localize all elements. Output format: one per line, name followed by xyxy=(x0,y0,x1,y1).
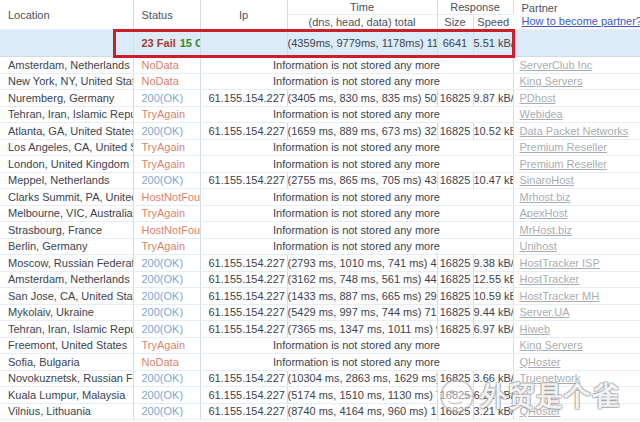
summary-ip-cell xyxy=(200,30,287,57)
partner-link[interactable]: Premium Reseller xyxy=(520,158,607,170)
status-cell: HostNotFound xyxy=(133,222,200,239)
partner-cell: HostTracker xyxy=(513,271,640,288)
table-row: Los Angeles, CA, United States TryAgain … xyxy=(0,139,640,156)
column-subheader-time-detail: (dns, head, data) total xyxy=(287,15,437,30)
partner-link[interactable]: King Servers xyxy=(520,339,583,351)
location-cell: Moscow, Russian Federation xyxy=(0,255,133,272)
partner-cell: Webidea xyxy=(513,106,640,123)
partner-cell: Premium Reseller xyxy=(513,139,640,156)
location-cell: Sofia, Bulgaria xyxy=(0,354,133,371)
size-cell: 16825 xyxy=(437,370,473,387)
summary-status-cell: 23 Fail15 Ok xyxy=(133,30,200,57)
status-cell: NoData xyxy=(133,73,200,90)
time-cell: (5429 ms, 997 ms, 744 ms) 7170 ms xyxy=(287,304,437,321)
table-row: Nuremberg, Germany 200(OK) 61.155.154.22… xyxy=(0,90,640,107)
partner-link[interactable]: Truenetwork xyxy=(520,372,581,384)
summary-location-cell xyxy=(0,30,133,57)
partner-cell: ApexHost xyxy=(513,205,640,222)
table-row: Vilnius, Lithuania 200(OK) 61.155.154.22… xyxy=(0,403,640,420)
partner-cell: Premium Reseller xyxy=(513,156,640,173)
partner-link[interactable]: Unihost xyxy=(520,240,557,252)
ip-cell: 61.155.154.227 xyxy=(200,123,287,140)
check-results-table: Location Status Ip Time Response Partner… xyxy=(0,0,640,420)
partner-link[interactable]: MrHost.biz xyxy=(520,224,573,236)
partner-link[interactable]: Server.UA xyxy=(520,306,570,318)
ip-cell: 61.155.154.227 xyxy=(200,370,287,387)
speed-cell: 6.97 kB/s xyxy=(473,321,513,338)
ip-cell: 61.155.154.227 xyxy=(200,90,287,107)
partner-link[interactable]: Premium Reseller xyxy=(520,141,607,153)
time-cell: (1659 ms, 889 ms, 673 ms) 3221 ms xyxy=(287,123,437,140)
location-cell: Kuala Lumpur, Malaysia xyxy=(0,387,133,404)
partner-link[interactable]: QHoster xyxy=(520,356,561,368)
partner-link[interactable]: QHoster xyxy=(520,405,561,417)
summary-size-cell: 6641 xyxy=(437,30,473,57)
partner-link[interactable]: HostTracker xyxy=(520,273,580,285)
table-row: New York, NY, United States NoData Infor… xyxy=(0,73,640,90)
time-cell: (7365 ms, 1347 ms, 1011 ms) 9723 ms xyxy=(287,321,437,338)
location-cell: New York, NY, United States xyxy=(0,73,133,90)
column-header-status: Status xyxy=(133,0,200,30)
speed-cell: 3.66 kB/s xyxy=(473,370,513,387)
no-data-cell: Information is not stored any more xyxy=(200,139,513,156)
status-cell: HostNotFound xyxy=(133,189,200,206)
partner-link[interactable]: PDhost xyxy=(520,92,556,104)
location-cell: Amsterdam, Netherlands xyxy=(0,271,133,288)
partner-link[interactable]: Hiweb xyxy=(520,323,551,335)
partner-link[interactable]: Mrhost.biz xyxy=(520,191,571,203)
partner-link[interactable]: ApexHost xyxy=(520,207,568,219)
location-cell: Clarks Summit, PA, United States xyxy=(0,189,133,206)
partner-link[interactable]: SinaroHost xyxy=(520,174,574,186)
become-partner-link[interactable]: How to become partner? xyxy=(522,15,640,27)
partner-cell: QHoster xyxy=(513,403,640,420)
location-cell: Atlanta, GA, United States xyxy=(0,123,133,140)
speed-cell: 10.59 kB/s xyxy=(473,288,513,305)
table-row: London, United Kingdom TryAgain Informat… xyxy=(0,156,640,173)
column-header-time: Time xyxy=(287,0,437,15)
speed-cell: 6.22 kB/s xyxy=(473,387,513,404)
table-row: Berlin, Germany TryAgain Information is … xyxy=(0,238,640,255)
no-data-cell: Information is not stored any more xyxy=(200,189,513,206)
no-data-cell: Information is not stored any more xyxy=(200,106,513,123)
speed-cell: 12.55 kB/s xyxy=(473,271,513,288)
size-cell: 16825 xyxy=(437,255,473,272)
partner-link[interactable]: HostTracker ISP xyxy=(520,257,600,269)
location-cell: Nuremberg, Germany xyxy=(0,90,133,107)
partner-link[interactable]: HostTracker MH xyxy=(520,290,600,302)
ip-cell: 61.155.154.227 xyxy=(200,255,287,272)
partner-link[interactable]: ServerClub Inc xyxy=(520,59,593,71)
table-header: Location Status Ip Time Response Partner… xyxy=(0,0,640,30)
time-cell: (1433 ms, 887 ms, 665 ms) 2985 ms xyxy=(287,288,437,305)
partner-link[interactable]: Webidea xyxy=(520,108,563,120)
partner-link[interactable]: King Servers xyxy=(520,75,583,87)
ip-cell: 61.155.154.227 xyxy=(200,288,287,305)
status-cell: TryAgain xyxy=(133,106,200,123)
ok-count: 15 Ok xyxy=(180,37,200,49)
time-cell: (10304 ms, 2863 ms, 1629 ms) 14796 ms xyxy=(287,370,437,387)
partner-cell: Truenetwork xyxy=(513,370,640,387)
status-cell: 200(OK) xyxy=(133,123,200,140)
status-cell: TryAgain xyxy=(133,156,200,173)
no-data-cell: Information is not stored any more xyxy=(200,156,513,173)
ip-cell: 61.155.154.227 xyxy=(200,321,287,338)
location-cell: Strasbourg, France xyxy=(0,222,133,239)
partner-header-label: Partner xyxy=(522,2,640,15)
summary-partner-cell xyxy=(513,30,640,57)
column-subheader-speed: Speed xyxy=(473,15,513,30)
location-cell: San Jose, CA, United States xyxy=(0,288,133,305)
speed-cell: 9.38 kB/s xyxy=(473,255,513,272)
partner-link[interactable]: Data Packet Networks xyxy=(520,125,629,137)
partner-cell: Unihost xyxy=(513,238,640,255)
no-data-cell: Information is not stored any more xyxy=(200,222,513,239)
status-cell: 200(OK) xyxy=(133,172,200,189)
partner-cell: QHoster xyxy=(513,354,640,371)
table-row: Clarks Summit, PA, United States HostNot… xyxy=(0,189,640,206)
size-cell: 16825 xyxy=(437,288,473,305)
speed-cell: 10.52 kB/s xyxy=(473,123,513,140)
location-cell: Novokuznetsk, Russian Federation xyxy=(0,370,133,387)
status-cell: NoData xyxy=(133,57,200,74)
no-data-cell: Information is not stored any more xyxy=(200,57,513,74)
table-row: San Jose, CA, United States 200(OK) 61.1… xyxy=(0,288,640,305)
status-cell: 200(OK) xyxy=(133,403,200,420)
column-header-response: Response xyxy=(437,0,513,15)
